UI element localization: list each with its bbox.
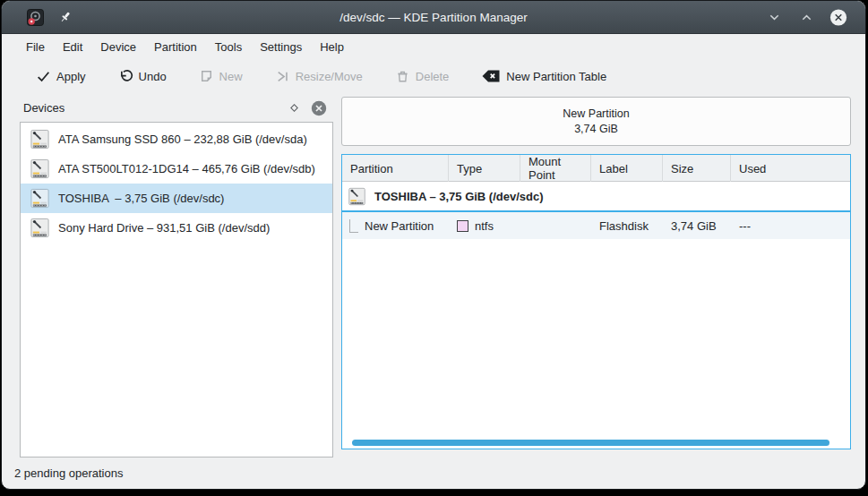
delete-button[interactable]: Delete [384, 64, 460, 89]
clear-tag-icon [481, 69, 501, 83]
horizontal-scrollbar-thumb[interactable] [352, 440, 829, 446]
menubar: File Edit Device Partition Tools Setting… [2, 35, 865, 59]
undo-label: Undo [139, 70, 167, 83]
undo-icon [118, 69, 133, 84]
new-label: New [219, 70, 243, 83]
devices-panel-header[interactable]: Devices [14, 94, 334, 122]
new-partition-table-button[interactable]: New Partition Table [470, 64, 617, 88]
partition-type-cell: ntfs [475, 219, 494, 233]
float-panel-icon[interactable] [286, 100, 302, 116]
partition-label-cell: Flashdisk [591, 219, 663, 233]
partition-table: Partition Type Mount Point Label Size Us… [341, 154, 851, 449]
apply-button[interactable]: Apply [25, 64, 97, 89]
ntfs-color-swatch [457, 220, 468, 232]
column-header-mount-point[interactable]: Mount Point [520, 155, 591, 182]
device-row-sdc[interactable]: TOSHIBA – 3,75 GiB (/dev/sdc) [21, 184, 332, 213]
partition-preview[interactable]: New Partition 3,74 GiB [341, 97, 851, 146]
close-button[interactable] [829, 8, 847, 26]
hard-drive-icon [30, 129, 50, 150]
hard-drive-icon [348, 187, 366, 206]
menu-help[interactable]: Help [311, 37, 353, 57]
trash-icon [395, 69, 410, 84]
statusbar: 2 pending operations [2, 457, 865, 489]
column-header-partition[interactable]: Partition [342, 155, 449, 182]
device-row-sdd[interactable]: Sony Hard Drive – 931,51 GiB (/dev/sdd) [21, 213, 332, 243]
table-device-row[interactable]: TOSHIBA – 3,75 GiB (/dev/sdc) [342, 182, 850, 212]
new-document-icon [199, 69, 214, 84]
pending-operations-text: 2 pending operations [14, 466, 123, 480]
partition-name-cell: New Partition [365, 219, 434, 233]
menu-partition[interactable]: Partition [145, 37, 206, 57]
hard-drive-icon [30, 188, 50, 209]
partition-size-cell: 3,74 GiB [663, 219, 731, 233]
new-button[interactable]: New [188, 64, 254, 89]
device-row-sdb[interactable]: ATA ST500LT012-1DG14 – 465,76 GiB (/dev/… [21, 154, 332, 184]
minimize-button[interactable] [765, 8, 783, 26]
preview-partition-name: New Partition [563, 107, 629, 122]
resize-move-label: Resize/Move [296, 70, 363, 83]
window-title: /dev/sdc — KDE Partition Manager [2, 11, 865, 24]
maximize-button[interactable] [797, 8, 815, 26]
menu-tools[interactable]: Tools [206, 37, 251, 57]
device-label: Sony Hard Drive – 931,51 GiB (/dev/sdd) [58, 221, 270, 235]
resize-move-icon [275, 69, 290, 84]
menu-edit[interactable]: Edit [54, 37, 91, 57]
new-partition-table-label: New Partition Table [506, 70, 606, 83]
device-label: TOSHIBA – 3,75 GiB (/dev/sdc) [58, 192, 224, 205]
menu-file[interactable]: File [17, 37, 54, 57]
column-header-type[interactable]: Type [449, 155, 520, 182]
table-header-row: Partition Type Mount Point Label Size Us… [342, 155, 850, 182]
preview-partition-size: 3,74 GiB [574, 122, 618, 137]
resize-move-button[interactable]: Resize/Move [264, 64, 374, 89]
undo-button[interactable]: Undo [107, 64, 177, 89]
device-label: ATA ST500LT012-1DG14 – 465,76 GiB (/dev/… [58, 162, 315, 175]
pin-icon[interactable] [56, 8, 74, 26]
apply-label: Apply [56, 70, 86, 83]
check-icon [36, 69, 51, 84]
table-row[interactable]: New Partition ntfs Flashdisk 3,74 GiB --… [342, 212, 850, 239]
close-panel-icon[interactable] [311, 100, 327, 116]
titlebar[interactable]: /dev/sdc — KDE Partition Manager [2, 1, 865, 34]
app-icon [27, 9, 44, 26]
kde-partition-manager-window: /dev/sdc — KDE Partition Manager File Ed… [1, 0, 866, 490]
menu-settings[interactable]: Settings [251, 37, 311, 57]
device-row-sda[interactable]: ATA Samsung SSD 860 – 232,88 GiB (/dev/s… [21, 124, 332, 154]
tree-branch-icon [349, 219, 358, 233]
delete-label: Delete [416, 70, 450, 83]
devices-panel-title: Devices [23, 101, 286, 115]
partition-used-cell: --- [731, 219, 850, 233]
device-label: ATA Samsung SSD 860 – 232,88 GiB (/dev/s… [58, 133, 307, 146]
hard-drive-icon [30, 158, 50, 179]
menu-device[interactable]: Device [91, 37, 145, 57]
column-header-size[interactable]: Size [663, 155, 731, 182]
devices-panel: Devices [14, 94, 334, 458]
device-list: ATA Samsung SSD 860 – 232,88 GiB (/dev/s… [20, 122, 333, 458]
column-header-label[interactable]: Label [591, 155, 663, 182]
column-header-used[interactable]: Used [731, 155, 850, 182]
horizontal-scrollbar[interactable] [344, 439, 848, 448]
table-device-label: TOSHIBA – 3,75 GiB (/dev/sdc) [374, 190, 544, 203]
hard-drive-icon [30, 218, 50, 238]
toolbar: Apply Undo New [2, 59, 865, 93]
